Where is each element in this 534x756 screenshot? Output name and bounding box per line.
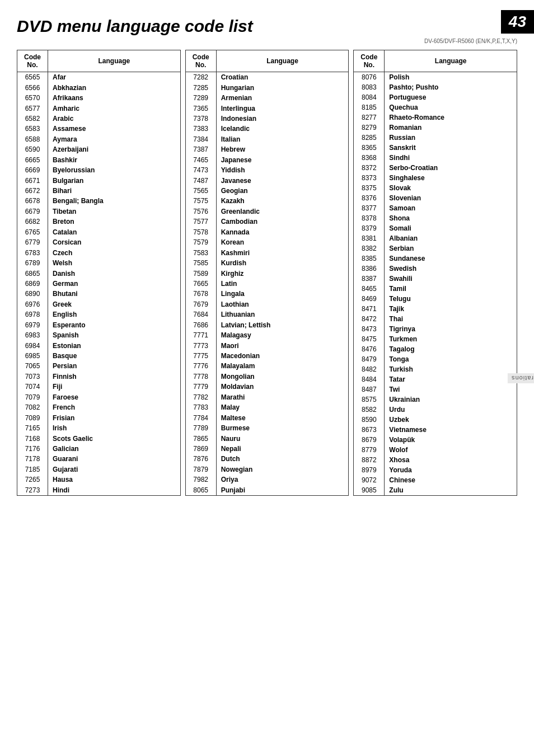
table-row: 7168Scots Gaelic [17,433,181,443]
code-cell: 7168 [17,433,48,443]
code-cell: 8872 [354,455,385,465]
table-row: 7679Laothian [185,299,349,309]
table-row: 9085Zulu [354,485,517,496]
table-row: 8479Tonga [354,354,517,364]
table-row: 6789Welsh [17,258,181,268]
language-cell: Bengali; Bangla [48,196,181,206]
code-cell: 7865 [185,433,216,443]
code-cell: 6789 [17,258,48,268]
table-row: 7074Fiji [17,382,181,392]
code-cell: 8365 [354,143,385,153]
code-cell: 7465 [185,155,216,165]
code-cell: 7073 [17,372,48,382]
language-cell: Croatian [216,72,349,83]
table-row: 7583Kashmiri [185,247,349,257]
code-cell: 6669 [17,165,48,175]
language-cell: Irish [48,423,181,433]
code-cell: 7779 [185,382,216,392]
language-cell: Abkhazian [48,82,181,92]
code-cell: 7583 [185,247,216,257]
language-cell: Azerbaijani [48,144,181,154]
table-row: 8373Singhalese [354,173,517,183]
table-row: 8465Tamil [354,284,517,294]
code-cell: 7773 [185,340,216,350]
table-row: 8471Tajik [354,304,517,314]
table-row: 8377Samoan [354,203,517,213]
code-cell: 8076 [354,72,385,83]
table-row: 7665Latin [185,279,349,289]
language-cell: Basque [48,351,181,361]
code-cell: 6984 [17,340,48,350]
table-row: 6979Esperanto [17,320,181,330]
language-cell: Guarani [48,454,181,464]
language-cell: Shona [385,213,517,223]
table-row: 7782Marathi [185,392,349,402]
language-cell: Bashkir [48,155,181,165]
code-cell: 8487 [354,384,385,395]
language-cell: Polish [385,72,517,83]
table-row: 7876Dutch [185,454,349,464]
language-cell: Serbian [385,243,517,253]
code-cell: 8185 [354,102,385,112]
language-cell: Breton [48,217,181,227]
code-cell: 6983 [17,330,48,340]
language-cell: Latin [216,279,349,289]
table-row: 7589Kirghiz [185,268,349,278]
table-row: 8185Quechua [354,102,517,112]
code-cell: 7378 [185,114,216,124]
code-cell: 6890 [17,289,48,299]
language-cell: Urdu [385,405,517,415]
table-row: 6682Breton [17,217,181,227]
table-row: 6978English [17,309,181,320]
table-row: 7365Interlingua [185,103,349,113]
code-cell: 8979 [354,465,385,475]
code-cell: 8279 [354,123,385,133]
language-cell: Czech [48,247,181,257]
table-row: 7285Hungarian [185,82,349,92]
language-cell: Albanian [385,233,517,243]
code-cell: 8476 [354,344,385,354]
table-row: 8279Romanian [354,123,517,133]
code-cell: 6582 [17,114,48,124]
table-row: 7577Cambodian [185,217,349,227]
table-row: 8368Sindhi [354,153,517,163]
language-cell: Vietnamese [385,425,517,435]
language-cell: Swahili [385,274,517,284]
table-row: 8476Tagalog [354,344,517,354]
code-cell: 6565 [17,72,48,83]
table-row: 7383Icelandic [185,124,349,134]
language-cell: Dutch [216,454,349,464]
table-row: 7784Maltese [185,412,349,422]
table-row: 7779Moldavian [185,382,349,392]
table-row: 6665Bashkir [17,155,181,165]
language-cell: Turkmen [385,334,517,344]
code-cell: 7176 [17,444,48,454]
table-row: 7384Italian [185,134,349,144]
table-row: 7684Lithuanian [185,309,349,320]
table-row: 6588Aymara [17,134,181,144]
table-row: 8575Ukrainian [354,395,517,405]
table-row: 8076Polish [354,72,517,83]
code-cell: 7289 [185,93,216,103]
language-cell: Japanese [216,155,349,165]
code-cell: 8375 [354,183,385,193]
table-row: 8482Turkish [354,364,517,374]
table-row: 6565Afar [17,72,181,83]
code-cell: 7082 [17,402,48,412]
code-cell: 8277 [354,112,385,123]
table-row: 8779Wolof [354,445,517,455]
code-cell: 7165 [17,423,48,433]
code-cell: 7782 [185,392,216,402]
language-cell: Thai [385,314,517,324]
code-cell: 8379 [354,223,385,233]
code-cell: 7879 [185,464,216,475]
table-row: 6983Spanish [17,330,181,340]
language-cell: Galician [48,444,181,454]
language-cell: Portuguese [385,92,517,102]
code-cell: 7589 [185,268,216,278]
side-label: Operations [508,373,534,383]
code-cell: 8484 [354,374,385,384]
language-cell: Kurdish [216,258,349,268]
language-cell: English [48,309,181,320]
code-cell: 6783 [17,247,48,257]
